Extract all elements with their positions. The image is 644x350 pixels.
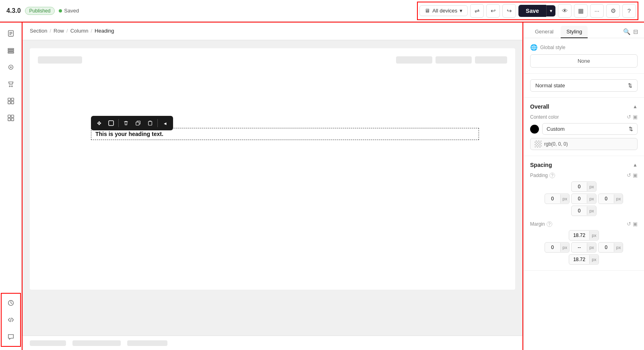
sidebar-item-comments[interactable]: [3, 329, 19, 344]
sidebar-item-pages[interactable]: [3, 26, 19, 41]
chevron-updown-icon: ⇅: [628, 82, 632, 89]
redo-button[interactable]: ↪: [502, 4, 516, 18]
padding-bottom-input[interactable]: px: [571, 206, 597, 216]
color-swatch[interactable]: [530, 125, 539, 134]
version-label: 4.3.0: [6, 7, 21, 14]
padding-left-unit: px: [560, 194, 570, 203]
spacing-title: Spacing ▲: [530, 162, 638, 168]
chevron-down-icon: ▾: [460, 8, 462, 14]
padding-top-input[interactable]: px: [571, 181, 597, 192]
checkerboard-icon: [535, 140, 542, 148]
settings-button[interactable]: ⚙: [606, 4, 620, 18]
margin-right-input[interactable]: px: [598, 242, 623, 253]
padding-center-value[interactable]: [572, 194, 587, 204]
breadcrumb-heading[interactable]: Heading: [95, 28, 114, 34]
device-selector[interactable]: 🖥 All devices ▾: [419, 5, 468, 16]
padding-right-unit: px: [614, 194, 623, 203]
move-button[interactable]: ✥: [93, 117, 105, 129]
padding-bottom-unit: px: [587, 206, 596, 215]
state-selector[interactable]: Normal state ⇅: [530, 79, 638, 92]
filter-button[interactable]: ⇌: [470, 4, 484, 18]
search-icon[interactable]: 🔍: [623, 28, 631, 35]
published-badge: Published: [25, 7, 55, 15]
margin-left-value[interactable]: [545, 243, 560, 252]
margin-top-value[interactable]: [569, 231, 589, 240]
padding-link-icon[interactable]: ↺: [627, 172, 631, 178]
padding-grid: px px px: [530, 181, 638, 216]
tab-styling[interactable]: Styling: [561, 26, 588, 38]
paste-button[interactable]: [144, 117, 156, 129]
topbar-right: 🖥 All devices ▾ ⇌ ↩ ↪ Save ▾ 👁 ▦ ··· ⚙: [418, 2, 638, 19]
panel-options-icon[interactable]: ⊟: [633, 28, 638, 35]
delete-button[interactable]: [120, 117, 132, 129]
chevron-updown-color-icon: ⇅: [629, 126, 633, 132]
padding-top-value[interactable]: [572, 182, 587, 191]
undo-button[interactable]: ↩: [486, 4, 500, 18]
padding-action-row: ↺ ▣: [627, 172, 638, 178]
svg-point-10: [11, 86, 12, 87]
margin-bottom-input[interactable]: px: [569, 254, 599, 265]
sidebar-item-apps[interactable]: [3, 110, 19, 126]
margin-center-value[interactable]: [572, 243, 587, 252]
layout-button[interactable]: ▦: [574, 4, 588, 18]
padding-left-value[interactable]: [545, 194, 560, 204]
padding-right-input[interactable]: px: [598, 194, 623, 204]
sidebar-item-store[interactable]: [3, 76, 19, 92]
save-dropdown-button[interactable]: ▾: [546, 5, 555, 16]
margin-center-input[interactable]: px: [571, 242, 597, 253]
svg-rect-22: [136, 122, 139, 125]
overall-title: Overall ▲: [530, 103, 638, 110]
breadcrumb-column[interactable]: Column: [70, 28, 89, 34]
padding-help-icon[interactable]: ?: [549, 173, 555, 178]
margin-top-input[interactable]: px: [569, 230, 599, 241]
margin-responsive-icon[interactable]: ▣: [633, 221, 638, 227]
padding-left-input[interactable]: px: [545, 194, 570, 204]
breadcrumb-row[interactable]: Row: [54, 28, 64, 34]
sidebar-item-history[interactable]: [3, 295, 19, 311]
svg-rect-21: [109, 121, 114, 126]
preview-button[interactable]: 👁: [558, 4, 572, 18]
margin-left-unit: px: [560, 243, 570, 252]
spacing-chevron-icon[interactable]: ▲: [633, 162, 638, 168]
svg-rect-5: [8, 50, 13, 51]
margin-link-icon[interactable]: ↺: [627, 221, 631, 227]
collapse-button[interactable]: ◂: [159, 117, 171, 129]
help-button[interactable]: ?: [622, 4, 636, 18]
topbar: 4.3.0 Published Saved 🖥 All devices ▾ ⇌ …: [0, 0, 644, 22]
duplicate-button[interactable]: [132, 117, 144, 129]
state-value: Normal state: [535, 82, 565, 89]
margin-right-value[interactable]: [599, 243, 614, 252]
global-style-button[interactable]: None: [530, 54, 638, 68]
margin-help-icon[interactable]: ?: [547, 221, 552, 227]
padding-bottom-value[interactable]: [572, 206, 587, 216]
tab-general[interactable]: General: [529, 26, 559, 38]
sidebar-item-elements[interactable]: [3, 60, 19, 75]
breadcrumb-sep-3: /: [91, 28, 92, 34]
sidebar-item-blocks[interactable]: [3, 93, 19, 109]
padding-right-value[interactable]: [599, 194, 614, 204]
link-icon[interactable]: ↺: [627, 114, 631, 120]
margin-action-row: ↺ ▣: [627, 221, 638, 227]
padding-center-input[interactable]: px: [571, 194, 597, 204]
element-type-button[interactable]: [105, 117, 117, 129]
margin-grid: px px px: [530, 230, 638, 265]
padding-responsive-icon[interactable]: ▣: [633, 172, 638, 178]
margin-bottom-unit: px: [589, 255, 599, 264]
responsive-icon[interactable]: ▣: [633, 114, 638, 120]
bottom-skeleton-3: [127, 340, 167, 346]
more-options-button[interactable]: ···: [590, 4, 604, 18]
color-dropdown[interactable]: Custom ⇅: [542, 123, 638, 135]
filter-icon: ⇌: [475, 7, 480, 14]
color-value-input[interactable]: [544, 141, 633, 147]
bottom-skeleton-2: [72, 340, 121, 346]
overall-chevron-icon[interactable]: ▲: [633, 104, 638, 109]
margin-bottom-value[interactable]: [569, 255, 589, 264]
breadcrumb-section[interactable]: Section: [30, 28, 47, 34]
toolbar-divider-2: [157, 119, 158, 127]
margin-left-input[interactable]: px: [545, 242, 570, 253]
canvas[interactable]: ✥: [22, 40, 523, 336]
sidebar-item-layers[interactable]: [3, 43, 19, 58]
sidebar-item-code[interactable]: [3, 312, 19, 327]
save-button[interactable]: Save: [518, 5, 546, 17]
margin-label-row: Margin ? ↺ ▣: [530, 221, 638, 227]
